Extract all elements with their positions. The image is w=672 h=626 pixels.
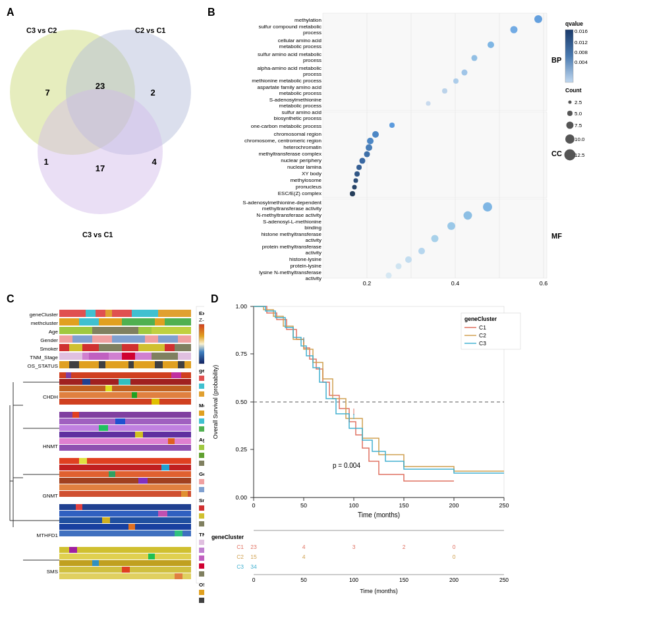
term-alphaaa: alpha-amino acid metabolic	[258, 65, 322, 71]
dot-nmethyl	[464, 212, 472, 220]
xtick-label-0: 0	[252, 502, 255, 509]
venn-label-c2c1: C2 vs C1	[135, 26, 165, 34]
count-dot-50	[567, 111, 573, 116]
term-protmt: protein methyltransferase	[262, 244, 322, 250]
legend-male-box	[199, 487, 204, 492]
figure-container: A C3 vs C2 C2 vs C1 C3 vs C1 7 23 2 1 17…	[0, 0, 672, 626]
os-dead-3	[128, 361, 134, 368]
hnmt-scatter5	[115, 418, 125, 424]
panel-d: D 0.00 0.25 0.50 0.75 1.00 Overall Survi…	[208, 293, 665, 621]
legend-smoker-unk-box	[199, 521, 204, 526]
x-tick-06: 0.6	[540, 280, 548, 287]
legend-genecluster-title: geneCluster	[199, 368, 204, 374]
gnmt-row4	[59, 478, 191, 484]
count-dot-25	[569, 101, 572, 104]
gnmt-row5	[59, 484, 191, 490]
legend-tnm-title: TNM stage	[199, 532, 204, 538]
dot-nucperiph	[360, 158, 366, 164]
sms-scatter2	[92, 560, 99, 566]
term-samlmet: S-adenosyl-L-methionine	[263, 219, 322, 225]
venn-label-c3c2: C3 vs C2	[26, 26, 57, 34]
dot-cellaa1	[488, 42, 494, 48]
mthfd1-row3	[59, 517, 191, 523]
legend-age-title: Age	[199, 437, 204, 443]
mf-label: MF	[551, 232, 562, 240]
venn-num-4: 4	[152, 157, 157, 167]
mthfd1-scatter4	[158, 511, 167, 517]
mthfd1-row4	[59, 524, 191, 530]
survival-svg: 0.00 0.25 0.50 0.75 1.00 Overall Surviva…	[208, 297, 590, 619]
risk-c3-label: C3	[237, 563, 244, 570]
gender-male-1	[72, 335, 92, 343]
term-xybody: XY body	[302, 171, 322, 177]
qvalue-max: 0.016	[574, 28, 588, 34]
term-cellaa1b: metabolic process	[279, 43, 322, 49]
venn-num-23: 23	[96, 81, 105, 91]
cc-label: CC	[551, 150, 562, 157]
tnm-stage3	[89, 353, 109, 360]
chdh-scatter5	[152, 399, 159, 405]
term-samdep: S-adenosylmethionine-dependent	[242, 200, 322, 206]
dot-histlys	[405, 256, 412, 263]
ytick-label-0: 0.00	[235, 494, 247, 501]
dot-lyslys	[386, 273, 392, 279]
term-chromreg: chromosomal region	[274, 131, 322, 137]
tnm-unknown	[152, 353, 178, 360]
zscore-bar	[199, 324, 204, 364]
gender-male-3	[158, 335, 178, 343]
mthfd1-scatter5	[175, 530, 182, 536]
legend-age-le65-box	[199, 445, 204, 450]
legend-stage2-box	[199, 548, 204, 553]
term-pronuc: pronucleus	[296, 184, 322, 190]
chdh-scatter1	[66, 372, 71, 378]
gene-chdh-label: CHDH	[43, 394, 58, 400]
count-dot-100	[565, 134, 574, 144]
count-val-50: 5.0	[574, 111, 582, 117]
hnmt-row6	[59, 445, 191, 451]
legend-stage4-box	[199, 563, 204, 569]
legend-mc3-box	[199, 426, 204, 432]
risk-x-label: Time (months)	[360, 588, 398, 594]
term-samlmetb: binding	[304, 225, 322, 231]
legend-os-title: OS Status	[199, 582, 204, 588]
gnmt-scatter1	[79, 458, 87, 464]
venn-num-7: 7	[45, 88, 49, 98]
panel-a: A C3 vs C2 C2 vs C1 C3 vs C1 7 23 2 1 17…	[7, 7, 204, 290]
dot-samlmet	[447, 222, 455, 230]
term-mtcomplex: methyltransferase complex	[258, 151, 322, 157]
ytick-label-025: 0.25	[235, 446, 247, 453]
risk-xtick-50: 50	[300, 577, 307, 583]
expr-legend-label: Expression (log2)	[199, 310, 204, 316]
risk-c1-t200: 0	[453, 544, 456, 550]
term-methylosome: methylosome	[290, 177, 322, 183]
dot-alphaaa	[462, 70, 468, 76]
count-val-75: 7.5	[574, 123, 582, 128]
survival-legend-title: geneCluster	[464, 316, 497, 322]
term-asp1: aspartate family amino acid	[258, 84, 322, 90]
term-onecarb: one-carbon metabolic process	[251, 123, 322, 129]
sms-scatter3	[122, 567, 130, 573]
legend-c2-survival: C2	[479, 332, 486, 339]
gnmt-scatter2	[109, 471, 115, 477]
os-dead-4	[155, 361, 163, 368]
x-tick-02: 0.2	[363, 280, 372, 287]
term-histlys: histone-lysine	[289, 256, 322, 262]
hnmt-scatter4	[168, 438, 175, 444]
term-sulfaa1b: process	[303, 57, 322, 63]
venn-diagram: C3 vs C2 C2 vs C1 C3 vs C1 7 23 2 1 17 4	[7, 13, 198, 277]
chdh-row4	[59, 392, 191, 398]
risk-c3-t0: 34	[250, 563, 257, 570]
ytick-label-075: 0.75	[235, 351, 247, 357]
gene-gnmt-label: GNMT	[42, 493, 58, 499]
term-histomt: histone methyltransferase	[261, 231, 322, 237]
qvalue-mid1: 0.012	[574, 40, 588, 45]
count-dot-75	[567, 122, 574, 129]
venn-num-2: 2	[150, 88, 155, 98]
term-methylation: methylation	[294, 17, 322, 23]
dot-samdep	[483, 202, 492, 212]
term-cellaa1: cellular amino acid	[278, 38, 322, 43]
venn-circle-c3c1	[38, 89, 163, 214]
term-escez: ESC/E(Z) complex	[278, 190, 322, 196]
legend-stage1-box	[199, 540, 204, 545]
heatmap-row-gender-label: Gender	[40, 337, 58, 343]
